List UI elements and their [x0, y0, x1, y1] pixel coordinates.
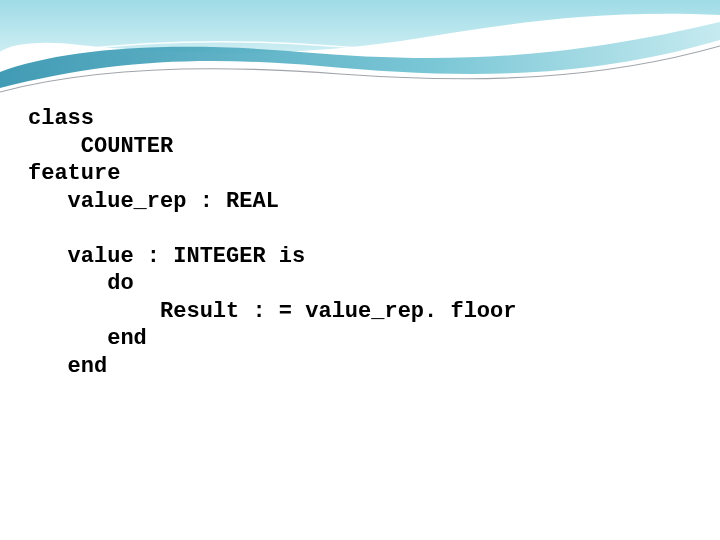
code-line: value : INTEGER is [28, 244, 305, 269]
code-line: class [28, 106, 94, 131]
code-line: do [28, 271, 134, 296]
code-line: end [28, 326, 147, 351]
code-block: class COUNTER feature value_rep : REAL v… [28, 105, 692, 380]
slide-content: class COUNTER feature value_rep : REAL v… [28, 105, 692, 380]
code-line: Result : = value_rep. floor [28, 299, 516, 324]
wave-svg [0, 0, 720, 120]
code-line: feature [28, 161, 120, 186]
code-line: COUNTER [28, 134, 173, 159]
code-line: end [28, 354, 107, 379]
code-line: value_rep : REAL [28, 189, 279, 214]
decorative-wave-header [0, 0, 720, 120]
